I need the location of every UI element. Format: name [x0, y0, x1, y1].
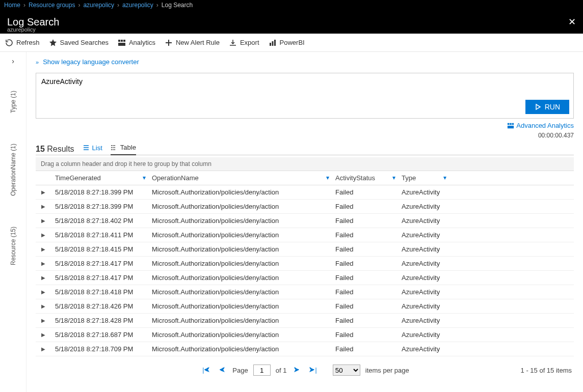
filter-icon[interactable]: ▾ [443, 174, 446, 181]
expand-row-icon[interactable]: ▶ [36, 217, 51, 225]
table-row[interactable]: ▶5/18/2018 8:27:18.399 PMMicrosoft.Autho… [36, 185, 574, 200]
star-icon [49, 39, 57, 47]
cell-time: 5/18/2018 8:27:18.399 PM [51, 187, 148, 197]
legacy-converter-link[interactable]: » Show legacy language converter [36, 58, 574, 66]
cell-op: Microsoft.Authorization/policies/deny/ac… [148, 273, 331, 283]
saved-label: Saved Searches [60, 39, 109, 46]
expand-row-icon[interactable]: ▶ [36, 188, 51, 196]
expand-row-icon[interactable]: ▶ [36, 302, 51, 310]
bc-rg[interactable]: Resource groups [29, 2, 75, 9]
filter-icon[interactable]: ▾ [143, 174, 146, 181]
svg-rect-8 [510, 123, 512, 125]
svg-point-13 [114, 145, 115, 146]
table-row[interactable]: ▶5/18/2018 8:27:18.402 PMMicrosoft.Autho… [36, 214, 574, 228]
table-row[interactable]: ▶5/18/2018 8:27:18.428 PMMicrosoft.Autho… [36, 314, 574, 328]
prev-page-icon[interactable]: ⮜ [217, 367, 227, 374]
expand-row-icon[interactable]: ▶ [36, 274, 51, 282]
cell-op: Microsoft.Authorization/policies/deny/ac… [148, 187, 331, 197]
col-type[interactable]: Type▾ [398, 171, 448, 185]
close-icon[interactable]: ✕ [568, 16, 576, 27]
cell-op: Microsoft.Authorization/policies/deny/ac… [148, 244, 331, 254]
expand-row-icon[interactable]: ▶ [36, 288, 51, 296]
analytics-label: Analytics [129, 39, 155, 46]
page-label: Page [232, 367, 248, 374]
side-tab-resource[interactable]: Resource (15) [10, 227, 17, 265]
svg-rect-5 [272, 41, 273, 46]
table-row[interactable]: ▶5/18/2018 8:27:18.417 PMMicrosoft.Autho… [36, 271, 574, 285]
cell-time: 5/18/2018 8:27:18.402 PM [51, 216, 148, 226]
cell-time: 5/18/2018 8:27:18.411 PM [51, 230, 148, 240]
page-subtitle: azurepolicy [7, 26, 36, 33]
cell-time: 5/18/2018 8:27:18.418 PM [51, 287, 148, 297]
side-panel: › Type (1) OperationName (1) Resource (1… [0, 52, 26, 392]
results-bar: 15 Results List Table [36, 144, 574, 155]
bc-current: Log Search [162, 2, 193, 9]
cell-status: Failed [331, 202, 398, 211]
table-row[interactable]: ▶5/18/2018 8:27:18.709 PMMicrosoft.Autho… [36, 342, 574, 356]
page-input[interactable] [253, 365, 271, 376]
cell-op: Microsoft.Authorization/policies/deny/ac… [148, 330, 331, 340]
first-page-icon[interactable]: |⮜ [200, 367, 212, 374]
page-size-label: items per page [365, 367, 409, 374]
next-page-icon[interactable]: ⮞ [292, 367, 302, 374]
cell-status: Failed [331, 259, 398, 268]
view-table-button[interactable]: Table [111, 144, 136, 155]
table-row[interactable]: ▶5/18/2018 8:27:18.426 PMMicrosoft.Autho… [36, 299, 574, 314]
table-row[interactable]: ▶5/18/2018 8:27:18.418 PMMicrosoft.Autho… [36, 285, 574, 299]
table-row[interactable]: ▶5/18/2018 8:27:18.411 PMMicrosoft.Autho… [36, 228, 574, 242]
filter-icon[interactable]: ▾ [326, 174, 329, 181]
svg-rect-1 [121, 40, 123, 42]
svg-rect-4 [270, 43, 271, 46]
page-size-select[interactable]: 50 [333, 365, 360, 376]
new-alert-button[interactable]: New Alert Rule [165, 39, 220, 47]
cell-type: AzureActivity [398, 301, 448, 311]
col-time[interactable]: TimeGenerated▾ [51, 171, 148, 185]
expand-row-icon[interactable]: ▶ [36, 245, 51, 253]
last-page-icon[interactable]: ⮞| [307, 367, 319, 374]
expand-side-icon[interactable]: › [12, 57, 14, 65]
cell-type: AzureActivity [398, 344, 448, 354]
expand-row-icon[interactable]: ▶ [36, 331, 51, 339]
saved-searches-button[interactable]: Saved Searches [49, 39, 109, 47]
col-status[interactable]: ActivityStatus▾ [331, 171, 398, 185]
refresh-icon [5, 39, 13, 47]
cell-type: AzureActivity [398, 316, 448, 325]
filter-icon[interactable]: ▾ [392, 174, 395, 181]
cell-status: Failed [331, 244, 398, 254]
export-button[interactable]: Export [229, 39, 259, 47]
play-icon [535, 103, 542, 110]
run-button[interactable]: RUN [525, 100, 569, 114]
table-row[interactable]: ▶5/18/2018 8:27:18.399 PMMicrosoft.Autho… [36, 200, 574, 214]
export-label: Export [240, 39, 259, 46]
analytics-button[interactable]: Analytics [118, 39, 155, 47]
refresh-button[interactable]: Refresh [5, 39, 40, 47]
group-hint[interactable]: Drag a column header and drop it here to… [36, 157, 574, 171]
view-list-button[interactable]: List [83, 144, 102, 155]
side-tab-operation[interactable]: OperationName (1) [10, 144, 17, 196]
table-row[interactable]: ▶5/18/2018 8:27:18.417 PMMicrosoft.Autho… [36, 257, 574, 271]
table-row[interactable]: ▶5/18/2018 8:27:18.687 PMMicrosoft.Autho… [36, 328, 574, 342]
cell-op: Microsoft.Authorization/policies/deny/ac… [148, 202, 331, 211]
advanced-analytics-link[interactable]: Advanced Analytics [507, 122, 574, 129]
svg-point-14 [111, 147, 112, 148]
expand-row-icon[interactable]: ▶ [36, 231, 51, 239]
cell-op: Microsoft.Authorization/policies/deny/ac… [148, 216, 331, 226]
expand-row-icon[interactable]: ▶ [36, 203, 51, 210]
chevron-double-icon: » [36, 59, 39, 65]
bc-home[interactable]: Home [4, 2, 20, 9]
col-op[interactable]: OperationName▾ [148, 171, 331, 185]
expand-row-icon[interactable]: ▶ [36, 260, 51, 267]
bc-p1[interactable]: azurepolicy [83, 2, 114, 9]
expand-row-icon[interactable]: ▶ [36, 345, 51, 353]
grid-body: ▶5/18/2018 8:27:18.399 PMMicrosoft.Autho… [36, 185, 574, 356]
table-row[interactable]: ▶5/18/2018 8:27:18.415 PMMicrosoft.Autho… [36, 242, 574, 257]
svg-point-16 [114, 147, 115, 148]
title-bar: Log Search azurepolicy ✕ [0, 10, 583, 34]
bc-p2[interactable]: azurepolicy [122, 2, 153, 9]
side-tab-type[interactable]: Type (1) [10, 91, 17, 113]
cell-op: Microsoft.Authorization/policies/deny/ac… [148, 344, 331, 354]
cell-op: Microsoft.Authorization/policies/deny/ac… [148, 301, 331, 311]
expand-row-icon[interactable]: ▶ [36, 317, 51, 324]
powerbi-button[interactable]: PowerBI [269, 39, 305, 47]
query-input[interactable] [41, 77, 568, 103]
